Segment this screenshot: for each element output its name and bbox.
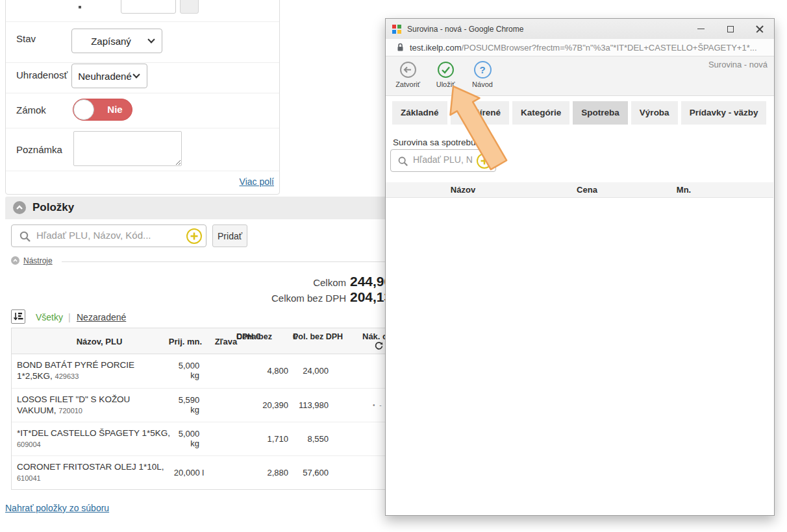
partial-input[interactable] <box>121 0 176 14</box>
help-button[interactable]: ? Návod <box>464 61 501 88</box>
tab-pridavky-vazby[interactable]: Prídavky - väzby <box>681 101 767 125</box>
divider <box>6 62 279 63</box>
save-button-label: Uložiť <box>427 80 464 88</box>
item-price: 4,800 <box>232 366 288 376</box>
item-total: 8,550 <box>284 434 329 444</box>
items-search-box <box>11 224 206 247</box>
col-name: Názov, PLU <box>25 337 174 346</box>
refresh-icon[interactable] <box>374 341 384 351</box>
sort-icon <box>12 310 25 323</box>
collapse-tools-icon[interactable] <box>11 256 19 265</box>
collapse-section-icon[interactable] <box>13 201 26 214</box>
item-total: 24,000 <box>284 366 329 376</box>
maximize-icon <box>727 26 734 32</box>
divider <box>6 21 279 22</box>
page-label: Surovina - nová <box>708 60 768 69</box>
col-qty: Prij. mn. <box>158 337 213 346</box>
popup-tabs: Základné Rozšírené Kategórie Spotreba Vý… <box>392 101 766 125</box>
consumption-heading: Surovina sa spotrebúva v <box>393 138 492 147</box>
item-name: LOSOS FILET "D" S KOŽOU VAKUUM, 720010 <box>17 394 171 417</box>
tab-zakladne[interactable]: Základné <box>392 101 447 125</box>
add-plus-icon[interactable] <box>477 153 492 169</box>
window-title: Surovina - nová - Google Chrome <box>407 25 686 34</box>
filter-separator: | <box>68 312 71 322</box>
url-bar[interactable]: test.ikelp.com/POSUCMBrowser?frectm=%7B"… <box>386 39 774 56</box>
close-icon <box>756 25 764 33</box>
item-price: 20,390 <box>232 400 288 410</box>
total-label: Celkom <box>247 277 346 288</box>
item-name: CORONET FRITOSTAR OLEJ 1*10L, 610041 <box>17 461 171 484</box>
item-total: 113,980 <box>284 400 329 410</box>
minimize-button[interactable] <box>686 19 716 39</box>
toggle-state-label: Nie <box>98 104 132 115</box>
close-button-label: Zatvoriť <box>390 80 426 88</box>
col-price: Cena <box>548 185 626 195</box>
minimize-icon <box>697 29 705 29</box>
partial-label-dot <box>79 6 81 8</box>
stav-select-value: Zapísaný <box>91 36 131 47</box>
popup-search-input[interactable] <box>413 154 474 165</box>
item-price: 1,710 <box>232 434 288 444</box>
maximize-button[interactable] <box>716 19 745 39</box>
zamok-toggle[interactable]: Nie <box>73 99 132 121</box>
divider <box>6 93 279 93</box>
sort-button[interactable] <box>11 309 25 324</box>
poznamka-textarea[interactable] <box>73 131 182 166</box>
search-icon <box>19 230 31 243</box>
uhradenost-select[interactable]: Neuhradené <box>71 64 147 88</box>
divider <box>6 128 279 128</box>
chevron-down-icon <box>147 36 155 43</box>
item-qty: 5,590kg <box>168 395 210 415</box>
stav-select[interactable]: Zapísaný <box>71 29 162 53</box>
url-path: /POSUCMBrowser?frectm=%7B"n"%3a"*IT*DEL+… <box>461 43 756 53</box>
toggle-knob <box>73 99 94 120</box>
uhradenost-label: Uhradenosť <box>16 69 68 80</box>
item-price: 2,880 <box>232 468 288 478</box>
item-total: 57,600 <box>284 468 329 478</box>
poznamka-label: Poznámka <box>16 144 62 155</box>
tools-link[interactable]: Nástroje <box>23 256 53 265</box>
filter-unassigned[interactable]: Nezaradené <box>77 312 126 322</box>
tab-vyroba[interactable]: Výroba <box>631 101 678 125</box>
total-novat-label: Celkom bez DPH <box>221 293 346 304</box>
close-window-button[interactable] <box>745 19 774 39</box>
lock-icon <box>397 43 404 52</box>
url-domain: test.ikelp.com <box>410 43 461 53</box>
popup-toolbar: Surovina - nová Zatvoriť <box>386 56 774 96</box>
tab-spotreba[interactable]: Spotreba <box>573 101 628 125</box>
items-search-input[interactable] <box>36 230 186 241</box>
back-arrow-icon <box>399 61 417 79</box>
close-button[interactable]: Zatvoriť <box>390 61 426 88</box>
col-name: Názov <box>411 185 515 195</box>
save-check-icon <box>437 61 455 79</box>
popup-titlebar[interactable]: Surovina - nová - Google Chrome <box>386 19 774 39</box>
upload-items-link[interactable]: Nahrať položky zo súboru <box>5 503 109 513</box>
help-button-label: Návod <box>464 80 501 88</box>
uhradenost-select-value: Neuhradené <box>78 71 132 82</box>
popup-search-box <box>390 149 496 172</box>
document-form-card: Stav Zapísaný Uhradenosť Neuhradené Zámo… <box>5 0 280 195</box>
item-qty: 20,000 l <box>168 468 210 478</box>
item-qty: 5,000kg <box>168 361 210 380</box>
chevron-down-icon <box>132 71 140 78</box>
tab-kategorie[interactable]: Kategórie <box>512 101 569 125</box>
item-name: *IT*DEL CASTELLO ŠPAGETY 1*5KG, 609004 <box>17 428 171 450</box>
partial-button[interactable] <box>180 0 199 14</box>
zamok-label: Zámok <box>16 104 46 115</box>
divider <box>6 171 279 171</box>
add-item-button[interactable]: Pridať <box>212 224 247 247</box>
filter-all[interactable]: Všetky <box>36 312 63 322</box>
save-button[interactable]: Uložiť <box>427 61 464 88</box>
add-plus-icon[interactable] <box>186 228 202 244</box>
app-stage: Stav Zapísaný Uhradenosť Neuhradené Zámo… <box>0 0 787 532</box>
search-icon <box>397 156 408 167</box>
col-qty: Mn. <box>651 185 716 195</box>
item-qty: 5,000kg <box>168 429 210 448</box>
popup-window: Surovina - nová - Google Chrome test.ike… <box>385 18 775 516</box>
stav-label: Stav <box>16 33 36 44</box>
popup-table-header: Názov Cena Mn. <box>386 182 773 198</box>
more-fields-link[interactable]: Viac polí <box>240 176 274 187</box>
tab-rozsirene[interactable]: Rozšírené <box>451 101 510 125</box>
item-name: BOND BATÁT PYRÉ PORCIE 1*2,5KG, 429633 <box>17 359 171 382</box>
site-favicon-icon <box>392 25 401 34</box>
